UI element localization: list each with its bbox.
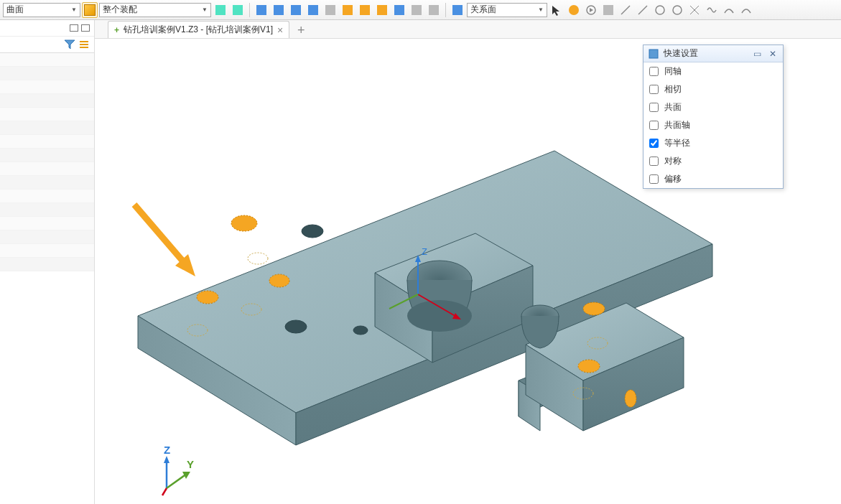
assembly-icon-button[interactable] xyxy=(82,2,98,18)
tool-icon xyxy=(377,5,387,15)
tool-icon xyxy=(274,5,284,15)
cube-icon xyxy=(84,4,96,16)
toolbar-button[interactable] xyxy=(426,2,442,18)
assembly-dropdown[interactable]: 整个装配 ▼ xyxy=(99,3,211,17)
document-tab[interactable]: + 钻孔培训案例V1.Z3 - [钻孔培训案例V1] × xyxy=(108,21,289,38)
quick-setting-checkbox[interactable] xyxy=(649,157,659,166)
toolbar-button[interactable] xyxy=(254,2,269,18)
pointer-tool[interactable] xyxy=(549,2,564,18)
toolbar-button[interactable] xyxy=(305,2,321,18)
tool-icon xyxy=(394,5,404,15)
filter-row xyxy=(0,36,94,53)
tree-row[interactable] xyxy=(0,53,94,67)
quick-setting-item[interactable]: 相切 xyxy=(643,80,783,98)
relation-dropdown[interactable]: 关系面 ▼ xyxy=(467,3,547,17)
toolbar-button[interactable] xyxy=(271,2,287,18)
toolbar-button[interactable] xyxy=(391,2,407,18)
panel-speech-button[interactable]: ▭ xyxy=(751,49,763,59)
tool-icon xyxy=(256,5,266,15)
wave-tool[interactable] xyxy=(704,2,720,18)
svg-point-33 xyxy=(583,302,605,315)
quick-setting-label: 等半径 xyxy=(664,137,690,149)
surface-dropdown[interactable]: 曲面 ▼ xyxy=(3,3,80,17)
line-tool[interactable] xyxy=(618,2,633,18)
play-tool[interactable] xyxy=(583,2,599,18)
tree-row[interactable] xyxy=(0,217,94,230)
separator xyxy=(249,3,250,17)
toolbar-button[interactable] xyxy=(374,2,390,18)
toolbar-button[interactable] xyxy=(357,2,373,18)
funnel-icon[interactable] xyxy=(64,39,75,50)
tool-icon xyxy=(429,5,439,15)
quick-setting-item[interactable]: 对称 xyxy=(643,152,783,170)
svg-point-31 xyxy=(269,274,289,287)
quick-setting-item[interactable]: 偏移 xyxy=(643,170,783,188)
quick-setting-checkbox[interactable] xyxy=(649,103,659,112)
new-tab-button[interactable]: + xyxy=(292,23,310,38)
svg-line-50 xyxy=(167,474,187,488)
circle2-tool[interactable] xyxy=(669,2,685,18)
tab-close-button[interactable]: × xyxy=(277,24,283,36)
assembly-dropdown-label: 整个装配 xyxy=(103,4,137,16)
line2-tool[interactable] xyxy=(635,2,651,18)
circle-tool[interactable] xyxy=(652,2,668,18)
tree-row[interactable] xyxy=(0,135,94,149)
toolbar-button[interactable] xyxy=(340,2,356,18)
z-axis-label: Z xyxy=(422,246,427,257)
tool-icon xyxy=(360,5,370,15)
tree-row[interactable] xyxy=(0,190,94,203)
toolbar-button[interactable] xyxy=(450,2,465,18)
toolbar-button[interactable] xyxy=(230,2,246,18)
arc-icon xyxy=(723,4,735,16)
line-icon xyxy=(620,4,631,16)
tree-row[interactable] xyxy=(0,80,94,94)
minimize-button[interactable] xyxy=(70,24,78,32)
svg-rect-53 xyxy=(649,50,658,58)
tree-row[interactable] xyxy=(0,244,94,258)
tree-row[interactable] xyxy=(0,94,94,108)
quick-setting-checkbox[interactable] xyxy=(649,174,659,184)
tree-row[interactable] xyxy=(0,67,94,80)
tool-icon xyxy=(603,5,613,15)
tree-row[interactable] xyxy=(0,121,94,135)
quick-setting-item[interactable]: 共面轴 xyxy=(643,116,783,134)
gear-tool[interactable] xyxy=(566,2,582,18)
toolbar-button[interactable] xyxy=(213,2,228,18)
svg-point-36 xyxy=(248,253,268,264)
left-panel xyxy=(0,20,95,504)
restore-button[interactable] xyxy=(81,24,90,32)
list-icon[interactable] xyxy=(78,39,90,50)
toolbar-button[interactable] xyxy=(600,2,616,18)
toolbar-button[interactable] xyxy=(288,2,304,18)
quick-setting-item[interactable]: 等半径 xyxy=(643,134,783,152)
tab-plus-icon: + xyxy=(114,25,119,35)
cross-icon xyxy=(689,4,700,16)
svg-point-32 xyxy=(197,291,218,304)
tree-row[interactable] xyxy=(0,258,94,271)
tree-row[interactable] xyxy=(0,162,94,176)
wave-icon xyxy=(706,4,717,16)
svg-rect-7 xyxy=(80,41,88,42)
svg-line-1 xyxy=(621,6,630,14)
tree-row[interactable] xyxy=(0,149,94,162)
toolbar-button[interactable] xyxy=(322,2,338,18)
quick-setting-checkbox[interactable] xyxy=(649,121,659,130)
tree-row[interactable] xyxy=(0,203,94,217)
svg-point-35 xyxy=(625,390,636,407)
tree-row[interactable] xyxy=(0,176,94,190)
svg-point-3 xyxy=(656,6,664,14)
toolbar-button[interactable] xyxy=(409,2,424,18)
quick-setting-checkbox[interactable] xyxy=(649,85,659,94)
cross-tool[interactable] xyxy=(687,2,702,18)
quick-setting-checkbox[interactable] xyxy=(649,139,659,148)
panel-close-button[interactable]: ✕ xyxy=(767,49,779,59)
quick-setting-checkbox[interactable] xyxy=(649,67,659,76)
quick-setting-item[interactable]: 共面 xyxy=(643,98,783,116)
quick-setting-item[interactable]: 同轴 xyxy=(643,62,783,80)
quick-setting-label: 共面轴 xyxy=(664,119,690,131)
tree-row[interactable] xyxy=(0,108,94,121)
quick-setting-label: 共面 xyxy=(664,101,682,113)
arc-tool[interactable] xyxy=(721,2,737,18)
arc2-tool[interactable] xyxy=(738,2,754,18)
tree-row[interactable] xyxy=(0,230,94,244)
